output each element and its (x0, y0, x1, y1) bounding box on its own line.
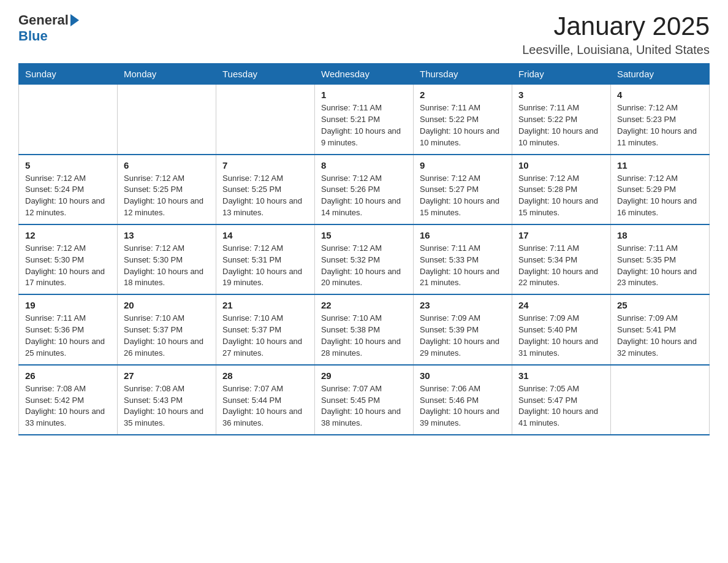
calendar-table: SundayMondayTuesdayWednesdayThursdayFrid… (18, 63, 710, 435)
day-info: Sunrise: 7:12 AMSunset: 5:28 PMDaylight:… (518, 173, 604, 219)
week-row-5: 26Sunrise: 7:08 AMSunset: 5:42 PMDayligh… (19, 365, 710, 435)
logo: General Blue (18, 12, 79, 44)
day-number: 26 (25, 370, 111, 381)
day-number: 29 (321, 370, 407, 381)
day-info: Sunrise: 7:12 AMSunset: 5:25 PMDaylight:… (222, 173, 308, 219)
week-row-3: 12Sunrise: 7:12 AMSunset: 5:30 PMDayligh… (19, 224, 710, 294)
day-number: 8 (321, 160, 407, 170)
week-row-4: 19Sunrise: 7:11 AMSunset: 5:36 PMDayligh… (19, 294, 710, 364)
day-number: 16 (420, 230, 506, 240)
logo-general-text: General (18, 12, 69, 28)
day-number: 23 (420, 300, 506, 310)
calendar-cell: 21Sunrise: 7:10 AMSunset: 5:37 PMDayligh… (216, 294, 315, 364)
calendar-cell: 11Sunrise: 7:12 AMSunset: 5:29 PMDayligh… (611, 155, 710, 224)
calendar-body: 1Sunrise: 7:11 AMSunset: 5:21 PMDaylight… (19, 85, 710, 435)
day-info: Sunrise: 7:08 AMSunset: 5:42 PMDaylight:… (25, 383, 111, 429)
calendar-cell: 20Sunrise: 7:10 AMSunset: 5:37 PMDayligh… (118, 294, 216, 364)
day-info: Sunrise: 7:11 AMSunset: 5:22 PMDaylight:… (518, 102, 604, 148)
calendar-cell (118, 85, 216, 155)
day-number: 30 (420, 370, 506, 381)
day-number: 20 (124, 300, 210, 310)
page-title: January 2025 (522, 12, 710, 40)
calendar-cell (19, 85, 118, 155)
calendar-cell: 22Sunrise: 7:10 AMSunset: 5:38 PMDayligh… (315, 294, 414, 364)
day-number: 11 (617, 160, 703, 170)
day-info: Sunrise: 7:08 AMSunset: 5:43 PMDaylight:… (124, 383, 210, 429)
day-number: 4 (617, 90, 703, 100)
calendar-cell: 15Sunrise: 7:12 AMSunset: 5:32 PMDayligh… (315, 224, 414, 294)
day-info: Sunrise: 7:11 AMSunset: 5:33 PMDaylight:… (420, 243, 506, 289)
day-number: 21 (222, 300, 308, 310)
header-cell-saturday: Saturday (611, 64, 710, 85)
day-info: Sunrise: 7:11 AMSunset: 5:21 PMDaylight:… (321, 102, 407, 148)
calendar-cell: 30Sunrise: 7:06 AMSunset: 5:46 PMDayligh… (414, 365, 512, 435)
day-info: Sunrise: 7:07 AMSunset: 5:45 PMDaylight:… (321, 383, 407, 429)
day-number: 27 (124, 370, 210, 381)
day-info: Sunrise: 7:10 AMSunset: 5:38 PMDaylight:… (321, 313, 407, 359)
day-number: 17 (518, 230, 604, 240)
day-info: Sunrise: 7:12 AMSunset: 5:31 PMDaylight:… (222, 243, 308, 289)
day-info: Sunrise: 7:12 AMSunset: 5:26 PMDaylight:… (321, 173, 407, 219)
day-number: 19 (25, 300, 111, 310)
calendar-cell: 12Sunrise: 7:12 AMSunset: 5:30 PMDayligh… (19, 224, 118, 294)
calendar-cell: 28Sunrise: 7:07 AMSunset: 5:44 PMDayligh… (216, 365, 315, 435)
day-info: Sunrise: 7:11 AMSunset: 5:22 PMDaylight:… (420, 102, 506, 148)
day-info: Sunrise: 7:12 AMSunset: 5:32 PMDaylight:… (321, 243, 407, 289)
day-info: Sunrise: 7:05 AMSunset: 5:47 PMDaylight:… (518, 383, 604, 429)
day-number: 13 (124, 230, 210, 240)
header-row: SundayMondayTuesdayWednesdayThursdayFrid… (19, 64, 710, 85)
calendar-cell: 3Sunrise: 7:11 AMSunset: 5:22 PMDaylight… (512, 85, 611, 155)
calendar-cell (216, 85, 315, 155)
calendar-cell: 2Sunrise: 7:11 AMSunset: 5:22 PMDaylight… (414, 85, 512, 155)
day-info: Sunrise: 7:12 AMSunset: 5:27 PMDaylight:… (420, 173, 506, 219)
header-cell-thursday: Thursday (414, 64, 512, 85)
calendar-cell: 18Sunrise: 7:11 AMSunset: 5:35 PMDayligh… (611, 224, 710, 294)
calendar-header: SundayMondayTuesdayWednesdayThursdayFrid… (19, 64, 710, 85)
calendar-cell: 5Sunrise: 7:12 AMSunset: 5:24 PMDaylight… (19, 155, 118, 224)
calendar-cell: 24Sunrise: 7:09 AMSunset: 5:40 PMDayligh… (512, 294, 611, 364)
day-number: 25 (617, 300, 703, 310)
day-number: 14 (222, 230, 308, 240)
calendar-cell: 9Sunrise: 7:12 AMSunset: 5:27 PMDaylight… (414, 155, 512, 224)
calendar-cell: 19Sunrise: 7:11 AMSunset: 5:36 PMDayligh… (19, 294, 118, 364)
header-cell-sunday: Sunday (19, 64, 118, 85)
header-cell-wednesday: Wednesday (315, 64, 414, 85)
day-info: Sunrise: 7:10 AMSunset: 5:37 PMDaylight:… (124, 313, 210, 359)
calendar-cell: 29Sunrise: 7:07 AMSunset: 5:45 PMDayligh… (315, 365, 414, 435)
calendar-cell: 6Sunrise: 7:12 AMSunset: 5:25 PMDaylight… (118, 155, 216, 224)
calendar-cell: 27Sunrise: 7:08 AMSunset: 5:43 PMDayligh… (118, 365, 216, 435)
calendar-cell: 26Sunrise: 7:08 AMSunset: 5:42 PMDayligh… (19, 365, 118, 435)
day-info: Sunrise: 7:09 AMSunset: 5:41 PMDaylight:… (617, 313, 703, 359)
day-info: Sunrise: 7:12 AMSunset: 5:30 PMDaylight:… (124, 243, 210, 289)
header-cell-monday: Monday (118, 64, 216, 85)
day-number: 15 (321, 230, 407, 240)
day-info: Sunrise: 7:09 AMSunset: 5:39 PMDaylight:… (420, 313, 506, 359)
calendar-cell: 14Sunrise: 7:12 AMSunset: 5:31 PMDayligh… (216, 224, 315, 294)
day-info: Sunrise: 7:12 AMSunset: 5:24 PMDaylight:… (25, 173, 111, 219)
day-number: 3 (518, 90, 604, 100)
page-header: General Blue January 2025 Leesville, Lou… (18, 12, 710, 57)
calendar-cell: 1Sunrise: 7:11 AMSunset: 5:21 PMDaylight… (315, 85, 414, 155)
day-info: Sunrise: 7:07 AMSunset: 5:44 PMDaylight:… (222, 383, 308, 429)
day-info: Sunrise: 7:12 AMSunset: 5:29 PMDaylight:… (617, 173, 703, 219)
day-number: 9 (420, 160, 506, 170)
day-info: Sunrise: 7:06 AMSunset: 5:46 PMDaylight:… (420, 383, 506, 429)
day-number: 28 (222, 370, 308, 381)
logo-triangle-icon (70, 14, 79, 26)
calendar-cell: 13Sunrise: 7:12 AMSunset: 5:30 PMDayligh… (118, 224, 216, 294)
calendar-cell: 8Sunrise: 7:12 AMSunset: 5:26 PMDaylight… (315, 155, 414, 224)
day-number: 31 (518, 370, 604, 381)
day-number: 2 (420, 90, 506, 100)
title-block: January 2025 Leesville, Louisiana, Unite… (522, 12, 710, 57)
header-cell-friday: Friday (512, 64, 611, 85)
logo-blue-text: Blue (18, 28, 48, 44)
calendar-cell: 25Sunrise: 7:09 AMSunset: 5:41 PMDayligh… (611, 294, 710, 364)
page-subtitle: Leesville, Louisiana, United States (522, 43, 710, 57)
day-number: 18 (617, 230, 703, 240)
day-number: 1 (321, 90, 407, 100)
calendar-cell: 7Sunrise: 7:12 AMSunset: 5:25 PMDaylight… (216, 155, 315, 224)
calendar-cell: 4Sunrise: 7:12 AMSunset: 5:23 PMDaylight… (611, 85, 710, 155)
calendar-cell (611, 365, 710, 435)
day-number: 5 (25, 160, 111, 170)
day-info: Sunrise: 7:11 AMSunset: 5:35 PMDaylight:… (617, 243, 703, 289)
